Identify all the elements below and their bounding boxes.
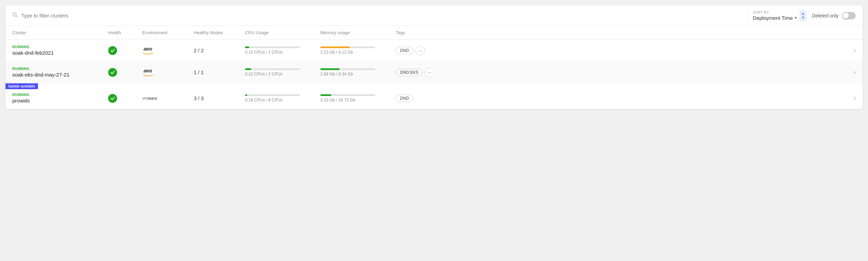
cluster-table: Cluster Health Environment Healthy Nodes… — [5, 26, 863, 109]
aws-text: aws — [144, 68, 152, 73]
mem-usage-cell: 2.88 Gb / 8.34 Gb — [320, 68, 396, 77]
header-healthy-nodes: Healthy Nodes — [194, 30, 245, 35]
table-row: RUNNING soak-dnd-feb2021 aws — [5, 40, 863, 61]
env-cell: vmware — [142, 96, 194, 101]
cluster-name-cell: RUNNING soak-dnd-feb2021 — [12, 45, 108, 56]
arrow-up-icon: ▲ — [801, 12, 805, 15]
cpu-progress-bg — [245, 46, 300, 48]
cpu-usage-text: 0.22 CPUs / 2 CPUs — [245, 72, 320, 77]
cpu-usage-cell: 0.22 CPUs / 2 CPUs — [245, 68, 320, 77]
cluster-name-cell: RUNNING soak-eks-dnd-may-27-21 — [12, 67, 108, 78]
toggle-knob — [843, 13, 849, 19]
cpu-progress-fill — [245, 46, 249, 48]
sort-order-toggle[interactable]: ▲ ▼ — [800, 10, 806, 21]
sort-by-label: SORT BY — [753, 11, 797, 14]
tags-cell: DND ··· — [396, 46, 842, 55]
header-cpu-usage: CPU Usage — [245, 30, 320, 35]
deleted-only-label: Deleted only — [812, 13, 839, 18]
header-tags: Tags — [396, 30, 842, 35]
nodes-cell: 3 / 3 — [194, 95, 245, 101]
chevron-down-icon: ▾ — [795, 15, 797, 20]
tags-cell: DND — [396, 95, 842, 102]
status-badge: RUNNING — [12, 93, 108, 97]
row-navigate-button[interactable]: › — [842, 95, 856, 102]
tag-badge: DND — [396, 95, 413, 102]
mem-progress-fill — [320, 46, 350, 48]
filter-input[interactable] — [21, 13, 742, 18]
cpu-usage-text: 0.15 CPUs / 2 CPUs — [245, 50, 320, 55]
nodes-cell: 2 / 2 — [194, 47, 245, 53]
sort-value: Deployment Time — [753, 15, 793, 21]
cluster-name: prowidc — [12, 98, 108, 104]
aws-logo: aws — [142, 46, 153, 55]
table-row: RUNNING soak-eks-dnd-may-27-21 aws — [5, 61, 863, 83]
mem-usage-text: 2.23 Gb / 4.12 Gb — [320, 50, 396, 55]
svg-line-1 — [16, 16, 17, 17]
header-environment: Environment — [142, 30, 194, 35]
mem-progress-fill — [320, 94, 331, 96]
cpu-usage-cell: 0.29 CPUs / 8 CPUs — [245, 94, 320, 102]
health-cell — [108, 94, 142, 103]
header-memory-usage: Memory usage — [320, 30, 396, 35]
mem-usage-text: 3.33 Gb / 16.73 Gb — [320, 98, 396, 102]
cpu-usage-text: 0.29 CPUs / 8 CPUs — [245, 98, 320, 102]
sort-section: SORT BY Deployment Time ▾ ▲ ▼ — [747, 10, 807, 21]
search-icon — [12, 12, 18, 19]
sort-by-block: SORT BY Deployment Time ▾ — [753, 11, 797, 21]
status-badge: RUNNING — [12, 45, 108, 49]
cluster-name: soak-eks-dnd-may-27-21 — [12, 72, 108, 78]
clusters-panel: SORT BY Deployment Time ▾ ▲ ▼ Deleted on… — [5, 5, 863, 109]
row-navigate-button[interactable]: › — [842, 47, 856, 54]
env-cell: aws — [142, 68, 194, 77]
health-cell — [108, 68, 142, 77]
aws-smile-icon — [142, 52, 153, 55]
arrow-down-icon: ▼ — [801, 16, 805, 19]
cpu-progress-fill — [245, 94, 247, 96]
env-cell: aws — [142, 46, 194, 55]
cpu-progress-bg — [245, 94, 300, 96]
health-icon — [108, 68, 117, 77]
tag-badge: DND — [396, 47, 413, 54]
aws-logo: aws — [142, 68, 153, 77]
mem-progress-bg — [320, 68, 375, 70]
cpu-progress-fill — [245, 68, 251, 70]
more-button[interactable]: ··· — [425, 68, 434, 77]
mem-progress-fill — [320, 68, 340, 70]
aws-text: aws — [144, 46, 152, 52]
table-header: Cluster Health Environment Healthy Nodes… — [5, 26, 863, 40]
cpu-usage-cell: 0.15 CPUs / 2 CPUs — [245, 46, 320, 55]
health-icon — [108, 94, 117, 103]
row-navigate-button[interactable]: › — [842, 69, 856, 76]
table-row: Update available RUNNING prowidc vmware … — [5, 83, 863, 109]
sort-select[interactable]: Deployment Time ▾ — [753, 15, 797, 21]
mem-progress-bg — [320, 94, 375, 96]
mem-usage-cell: 3.33 Gb / 16.73 Gb — [320, 94, 396, 102]
mem-progress-bg — [320, 46, 375, 48]
header-action — [842, 30, 856, 35]
filter-bar: SORT BY Deployment Time ▾ ▲ ▼ Deleted on… — [5, 5, 863, 26]
aws-smile-icon — [142, 74, 153, 77]
search-box — [12, 12, 742, 19]
health-cell — [108, 46, 142, 55]
health-icon — [108, 46, 117, 55]
mem-usage-cell: 2.23 Gb / 4.12 Gb — [320, 46, 396, 55]
more-button[interactable]: ··· — [416, 46, 425, 55]
tag-badge: DND:EKS — [396, 69, 423, 76]
vmware-logo: vmware — [142, 96, 157, 101]
nodes-cell: 1 / 1 — [194, 69, 245, 75]
deleted-only-toggle[interactable] — [842, 12, 856, 19]
header-health: Health — [108, 30, 142, 35]
header-cluster: Cluster — [12, 30, 108, 35]
update-available-badge: Update available — [5, 83, 38, 89]
deleted-only-section: Deleted only — [812, 12, 856, 19]
cluster-name-cell: RUNNING prowidc — [12, 93, 108, 104]
mem-usage-text: 2.88 Gb / 8.34 Gb — [320, 72, 396, 77]
cluster-name: soak-dnd-feb2021 — [12, 50, 108, 56]
cpu-progress-bg — [245, 68, 300, 70]
tags-cell: DND:EKS ··· — [396, 68, 842, 77]
status-badge: RUNNING — [12, 67, 108, 71]
